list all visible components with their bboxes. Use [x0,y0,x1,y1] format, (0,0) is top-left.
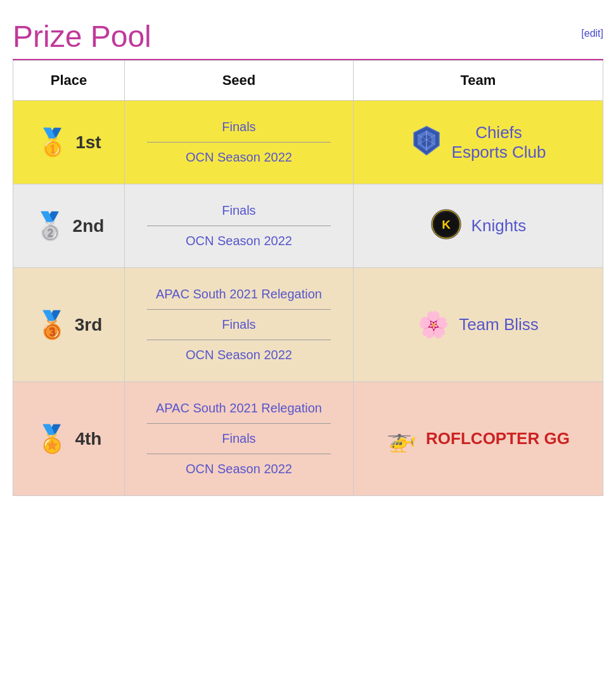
prize-pool-table: Place Seed Team 🥇 1st FinalsOCN Season 2… [13,60,603,496]
team-logo: 🌸 [418,310,449,340]
team-name[interactable]: ROFLCOPTER GG [426,429,570,449]
rofl-logo-icon: 🚁 [387,426,416,452]
team-cell-4: 🚁 ROFLCOPTER GG [353,382,603,496]
seed-text[interactable]: Finals [134,113,343,141]
seed-text[interactable]: Finals [134,425,343,452]
seed-text[interactable]: Finals [134,311,343,338]
team-name[interactable]: Knights [472,216,527,236]
seed-text[interactable]: APAC South 2021 Relegation [134,395,343,422]
page-title: Prize Pool [13,19,151,54]
seed-cell-2: FinalsOCN Season 2022 [124,184,353,268]
team-cell-2: K Knights [353,184,603,268]
table-row: 🥉 3rd APAC South 2021 RelegationFinalsOC… [13,268,603,382]
team-content: K Knights [363,208,593,244]
team-content: 🌸 Team Bliss [363,310,593,340]
team-logo: K [430,208,462,244]
medal-icon: 🥉 [35,312,68,338]
seed-cell-3: APAC South 2021 RelegationFinalsOCN Seas… [124,268,353,382]
col-team: Team [353,61,603,101]
svg-text:K: K [442,217,451,231]
table-row: 🥈 2nd FinalsOCN Season 2022 K Knights [13,184,603,268]
team-content: 🚁 ROFLCOPTER GG [363,425,593,453]
seed-divider [147,142,331,143]
team-content: ChiefsEsports Club [363,123,593,162]
place-label: 2nd [73,216,105,236]
team-cell-1: ChiefsEsports Club [353,101,603,184]
place-cell-2: 🥈 2nd [13,184,125,268]
page-header: Prize Pool [edit] [13,19,603,54]
team-logo [411,125,442,160]
seed-text[interactable]: Finals [134,197,343,224]
edit-link[interactable]: [edit] [581,28,603,39]
team-name[interactable]: Team Bliss [459,315,539,334]
place-label: 4th [75,429,101,449]
seed-divider [147,340,331,340]
place-label: 1st [75,132,101,153]
col-place: Place [13,61,125,101]
seed-text[interactable]: OCN Season 2022 [134,455,343,483]
seed-text[interactable]: OCN Season 2022 [134,341,343,369]
seed-cell-4: APAC South 2021 RelegationFinalsOCN Seas… [124,382,353,496]
team-logo: 🚁 [387,425,416,453]
medal-icon: 🥈 [34,213,67,239]
seed-cell-1: FinalsOCN Season 2022 [124,101,353,184]
seed-text[interactable]: APAC South 2021 Relegation [134,281,343,308]
seed-divider [147,454,331,454]
seed-text[interactable]: OCN Season 2022 [134,227,343,255]
table-row: 🏅 4th APAC South 2021 RelegationFinalsOC… [13,382,603,496]
seed-divider [147,226,331,226]
medal-icon: 🥇 [36,129,69,156]
seed-divider [147,423,331,424]
place-cell-3: 🥉 3rd [13,268,125,382]
medal-icon: 🏅 [35,426,68,452]
seed-text[interactable]: OCN Season 2022 [134,144,343,171]
place-cell-4: 🏅 4th [13,382,125,496]
table-row: 🥇 1st FinalsOCN Season 2022 ChiefsEsport… [13,101,603,184]
place-label: 3rd [75,315,103,335]
col-seed: Seed [124,61,353,101]
team-name[interactable]: ChiefsEsports Club [452,123,546,162]
place-cell-1: 🥇 1st [13,101,125,184]
bliss-logo-icon: 🌸 [418,310,449,338]
team-cell-3: 🌸 Team Bliss [353,268,603,382]
table-header-row: Place Seed Team [13,61,603,101]
seed-divider [147,309,331,310]
